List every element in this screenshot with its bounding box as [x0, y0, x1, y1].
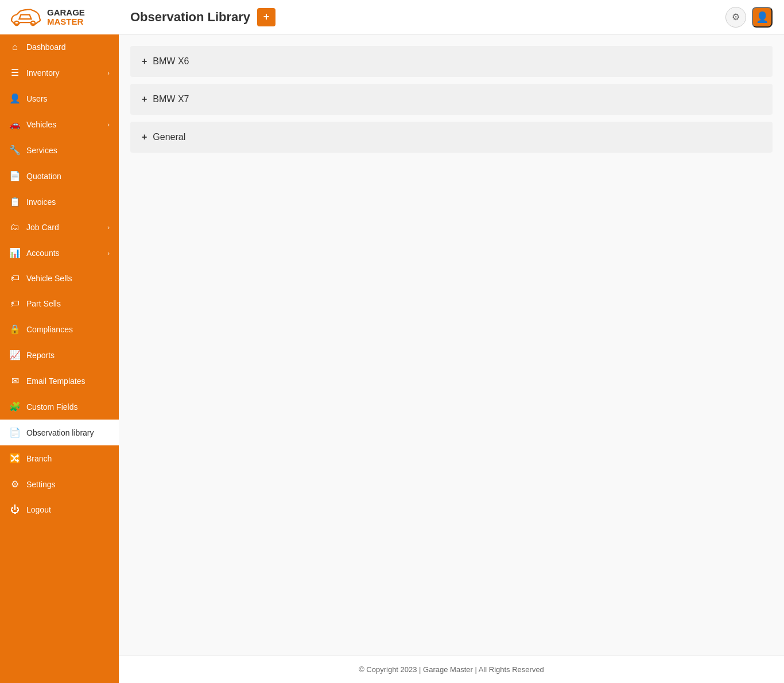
sidebar-label-reports: Reports — [26, 351, 110, 360]
sidebar-label-accounts: Accounts — [26, 249, 102, 258]
chevron-icon-inventory: › — [107, 69, 110, 76]
logo: GARAGE MASTER — [0, 0, 119, 34]
sidebar-label-custom-fields: Custom Fields — [26, 402, 110, 412]
user-button[interactable]: 👤 — [752, 7, 773, 28]
sidebar-nav: ⌂Dashboard☰Inventory›👤Users🚗Vehicles›🔧Se… — [0, 34, 119, 683]
invoices-icon: 📋 — [9, 196, 21, 207]
main-area: Observation Library + ⚙ 👤 +BMW X6+BMW X7… — [119, 0, 784, 683]
user-icon: 👤 — [756, 11, 769, 24]
logo-garage: GARAGE — [47, 8, 85, 18]
sidebar-item-users[interactable]: 👤Users — [0, 86, 119, 111]
topbar: Observation Library + ⚙ 👤 — [119, 0, 784, 34]
sidebar-label-vehicles: Vehicles — [26, 120, 102, 129]
settings-icon: ⚙ — [9, 479, 21, 490]
sidebar: GARAGE MASTER ⌂Dashboard☰Inventory›👤User… — [0, 0, 119, 683]
logo-master: MASTER — [47, 17, 85, 27]
chevron-icon-vehicles: › — [107, 121, 110, 128]
sidebar-label-quotation: Quotation — [26, 172, 110, 181]
observation-item-general[interactable]: +General — [130, 122, 773, 153]
sidebar-item-vehicle-sells[interactable]: 🏷Vehicle Sells — [0, 266, 119, 291]
topbar-right: ⚙ 👤 — [725, 7, 773, 28]
expand-icon-bmw-x7: + — [142, 94, 147, 104]
compliances-icon: 🔒 — [9, 324, 21, 335]
sidebar-item-email-templates[interactable]: ✉Email Templates — [0, 368, 119, 394]
observation-label-bmw-x7: BMW X7 — [153, 94, 189, 104]
sidebar-item-dashboard[interactable]: ⌂Dashboard — [0, 34, 119, 60]
sidebar-item-accounts[interactable]: 📊Accounts› — [0, 240, 119, 266]
vehicle-sells-icon: 🏷 — [9, 273, 21, 284]
sidebar-item-part-sells[interactable]: 🏷Part Sells — [0, 291, 119, 316]
observation-label-general: General — [153, 132, 185, 142]
sidebar-item-quotation[interactable]: 📄Quotation — [0, 163, 119, 189]
custom-fields-icon: 🧩 — [9, 401, 21, 412]
email-templates-icon: ✉ — [9, 375, 21, 386]
sidebar-label-compliances: Compliances — [26, 325, 110, 334]
branch-icon: 🔀 — [9, 453, 21, 464]
sidebar-label-dashboard: Dashboard — [26, 42, 110, 52]
users-icon: 👤 — [9, 93, 21, 104]
sidebar-item-reports[interactable]: 📈Reports — [0, 342, 119, 368]
footer: © Copyright 2023 | Garage Master | All R… — [119, 655, 784, 683]
part-sells-icon: 🏷 — [9, 298, 21, 309]
sidebar-item-inventory[interactable]: ☰Inventory› — [0, 60, 119, 86]
sidebar-item-invoices[interactable]: 📋Invoices — [0, 189, 119, 215]
sidebar-label-job-card: Job Card — [26, 223, 102, 232]
gear-icon: ⚙ — [732, 11, 740, 22]
sidebar-label-observation-library: Observation library — [26, 428, 110, 437]
sidebar-label-email-templates: Email Templates — [26, 377, 110, 386]
observation-library-icon: 📄 — [9, 427, 21, 438]
chevron-icon-accounts: › — [107, 250, 110, 257]
services-icon: 🔧 — [9, 145, 21, 156]
topbar-left: Observation Library + — [130, 8, 275, 26]
sidebar-label-vehicle-sells: Vehicle Sells — [26, 274, 110, 283]
sidebar-item-observation-library[interactable]: 📄Observation library — [0, 420, 119, 445]
sidebar-label-settings: Settings — [26, 480, 110, 489]
sidebar-item-vehicles[interactable]: 🚗Vehicles› — [0, 111, 119, 137]
sidebar-item-services[interactable]: 🔧Services — [0, 137, 119, 163]
page-title: Observation Library — [130, 10, 250, 25]
logout-icon: ⏻ — [9, 505, 21, 515]
sidebar-item-custom-fields[interactable]: 🧩Custom Fields — [0, 394, 119, 420]
gear-button[interactable]: ⚙ — [725, 7, 746, 28]
svg-point-0 — [14, 21, 19, 26]
copyright-text: © Copyright 2023 | Garage Master | All R… — [359, 665, 544, 674]
observation-label-bmw-x6: BMW X6 — [153, 56, 189, 67]
content-area: +BMW X6+BMW X7+General — [119, 34, 784, 655]
sidebar-label-users: Users — [26, 94, 110, 103]
sidebar-label-part-sells: Part Sells — [26, 299, 110, 308]
sidebar-item-compliances[interactable]: 🔒Compliances — [0, 316, 119, 342]
sidebar-label-services: Services — [26, 146, 110, 155]
sidebar-item-branch[interactable]: 🔀Branch — [0, 445, 119, 471]
sidebar-label-inventory: Inventory — [26, 68, 102, 77]
sidebar-item-job-card[interactable]: 🗂Job Card› — [0, 215, 119, 240]
job-card-icon: 🗂 — [9, 222, 21, 232]
accounts-icon: 📊 — [9, 247, 21, 258]
quotation-icon: 📄 — [9, 170, 21, 181]
vehicles-icon: 🚗 — [9, 119, 21, 130]
observation-item-bmw-x7[interactable]: +BMW X7 — [130, 84, 773, 115]
add-observation-button[interactable]: + — [257, 8, 275, 26]
sidebar-item-settings[interactable]: ⚙Settings — [0, 471, 119, 497]
observation-item-bmw-x6[interactable]: +BMW X6 — [130, 46, 773, 77]
sidebar-item-logout[interactable]: ⏻Logout — [0, 497, 119, 522]
chevron-icon-job-card: › — [107, 224, 110, 231]
expand-icon-general: + — [142, 132, 147, 142]
reports-icon: 📈 — [9, 350, 21, 360]
svg-point-1 — [31, 21, 36, 26]
sidebar-label-invoices: Invoices — [26, 197, 110, 207]
dashboard-icon: ⌂ — [9, 42, 21, 52]
sidebar-label-branch: Branch — [26, 454, 110, 463]
sidebar-label-logout: Logout — [26, 505, 110, 514]
expand-icon-bmw-x6: + — [142, 56, 147, 67]
inventory-icon: ☰ — [9, 67, 21, 78]
